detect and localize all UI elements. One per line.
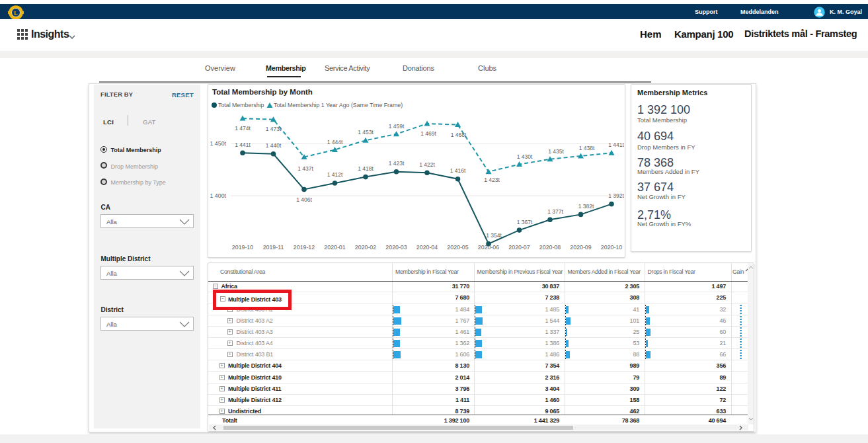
svg-text:1 450t: 1 450t	[210, 140, 227, 147]
svg-text:1 430t: 1 430t	[517, 153, 533, 160]
svg-text:1 440t: 1 440t	[266, 142, 282, 149]
svg-text:1 423t: 1 423t	[484, 177, 500, 183]
svg-text:1 416t: 1 416t	[450, 167, 466, 174]
svg-text:Total Membership: Total Membership	[218, 102, 264, 108]
svg-text:1 422t: 1 422t	[419, 161, 435, 168]
svg-text:1 468t: 1 468t	[451, 132, 467, 138]
svg-text:1 392t: 1 392t	[608, 192, 624, 199]
svg-text:2020-07: 2020-07	[508, 244, 530, 251]
svg-text:1 377t: 1 377t	[547, 208, 563, 215]
svg-text:Total Membership 1 Year Ago (S: Total Membership 1 Year Ago (Same Time F…	[274, 102, 403, 108]
svg-text:2020-02: 2020-02	[355, 244, 376, 251]
svg-text:2020-09: 2020-09	[570, 244, 591, 251]
svg-text:2020-05: 2020-05	[447, 244, 468, 251]
svg-text:2019-12: 2019-12	[294, 244, 315, 251]
svg-text:1 437t: 1 437t	[297, 165, 313, 172]
svg-text:1 354t: 1 354t	[486, 232, 502, 239]
svg-text:1 441t: 1 441t	[235, 141, 251, 148]
svg-text:1 400t: 1 400t	[210, 192, 227, 199]
svg-text:2019-10: 2019-10	[232, 244, 253, 251]
svg-text:1 382t: 1 382t	[578, 203, 594, 210]
svg-text:1 435t: 1 435t	[548, 148, 564, 155]
svg-text:2020-10: 2020-10	[601, 244, 622, 251]
svg-text:1 418t: 1 418t	[358, 165, 374, 172]
svg-text:2020-01: 2020-01	[324, 244, 345, 251]
svg-text:1 444t: 1 444t	[327, 139, 343, 145]
svg-text:1 474t: 1 474t	[235, 125, 251, 132]
svg-text:2020-03: 2020-03	[385, 244, 407, 251]
svg-text:1 406t: 1 406t	[296, 196, 312, 203]
svg-text:1 473t: 1 473t	[266, 126, 282, 132]
svg-text:1 438t: 1 438t	[579, 145, 595, 151]
svg-text:1 412t: 1 412t	[327, 171, 343, 178]
svg-text:L: L	[14, 9, 18, 16]
svg-text:1 441t: 1 441t	[608, 141, 624, 148]
svg-text:1 367t: 1 367t	[517, 219, 533, 225]
svg-text:2020-04: 2020-04	[416, 244, 438, 251]
svg-text:1 469t: 1 469t	[420, 130, 436, 137]
svg-text:2019-11: 2019-11	[263, 244, 284, 251]
svg-text:1 423t: 1 423t	[389, 160, 405, 167]
svg-text:1 459t: 1 459t	[389, 123, 405, 130]
svg-text:1 453t: 1 453t	[358, 129, 374, 136]
svg-text:2020-08: 2020-08	[539, 244, 561, 251]
